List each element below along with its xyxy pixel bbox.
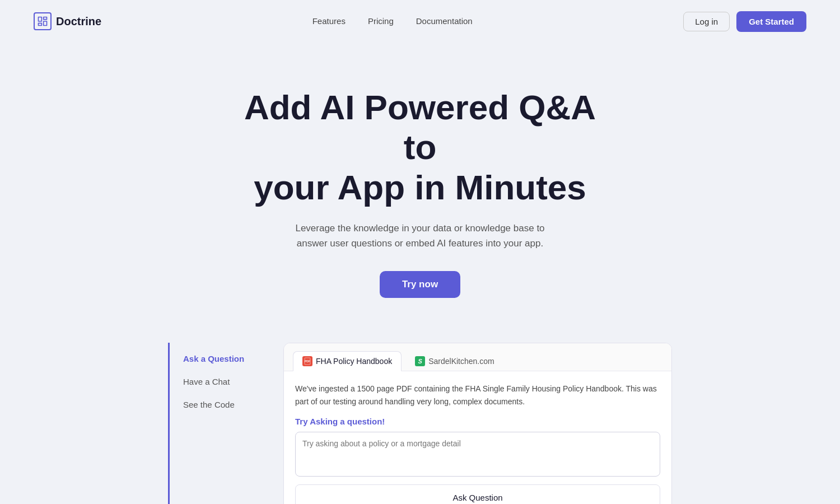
tab-sardel[interactable]: S SardelKitchen.com <box>406 351 503 371</box>
hero-subtext: Leverage the knowledge in your data or k… <box>286 221 554 251</box>
demo-description: We've ingested a 1500 page PDF containin… <box>295 382 660 408</box>
tab-fha-label: FHA Policy Handbook <box>316 357 392 366</box>
ask-question-button[interactable]: Ask Question <box>295 484 660 504</box>
hero-headline-line2: your App in Minutes <box>254 168 586 207</box>
nav-item-documentation[interactable]: Documentation <box>416 16 473 26</box>
brand-logo[interactable]: Doctrine <box>34 12 101 30</box>
question-input[interactable] <box>295 432 660 477</box>
get-started-button[interactable]: Get Started <box>736 11 806 32</box>
tab-fha-icon: PDF <box>302 356 312 366</box>
demo-main: PDF FHA Policy Handbook S SardelKitchen.… <box>283 343 672 504</box>
sidebar-item-see-code[interactable]: See the Code <box>175 394 274 415</box>
nav-item-pricing[interactable]: Pricing <box>368 16 394 26</box>
try-now-button[interactable]: Try now <box>380 271 460 298</box>
login-button[interactable]: Log in <box>683 12 730 31</box>
demo-content: We've ingested a 1500 page PDF containin… <box>284 371 671 504</box>
brand-name: Doctrine <box>56 15 101 28</box>
demo-section: Ask a Question Have a Chat See the Code … <box>168 343 672 504</box>
navbar: Doctrine Features Pricing Documentation … <box>0 0 840 43</box>
nav-links: Features Pricing Documentation <box>312 16 473 26</box>
demo-try-label: Try Asking a question! <box>295 417 660 426</box>
hero-section: Add AI Powered Q&A to your App in Minute… <box>0 43 840 332</box>
sidebar-item-ask-question[interactable]: Ask a Question <box>175 348 274 369</box>
svg-rect-1 <box>44 17 47 20</box>
svg-rect-3 <box>39 23 42 25</box>
nav-actions: Log in Get Started <box>683 11 806 32</box>
svg-text:PDF: PDF <box>305 360 310 363</box>
tab-fha[interactable]: PDF FHA Policy Handbook <box>293 351 402 371</box>
hero-headline: Add AI Powered Q&A to your App in Minute… <box>224 87 616 207</box>
svg-rect-2 <box>44 21 47 26</box>
hero-headline-line1: Add AI Powered Q&A to <box>244 88 596 166</box>
svg-rect-0 <box>39 17 42 22</box>
sidebar-item-have-chat[interactable]: Have a Chat <box>175 371 274 392</box>
tab-sardel-label: SardelKitchen.com <box>428 357 494 366</box>
demo-sidebar: Ask a Question Have a Chat See the Code <box>168 343 274 504</box>
demo-tabs: PDF FHA Policy Handbook S SardelKitchen.… <box>284 343 671 371</box>
tab-sardel-icon: S <box>415 356 425 366</box>
brand-icon <box>34 12 52 30</box>
nav-item-features[interactable]: Features <box>312 16 346 26</box>
